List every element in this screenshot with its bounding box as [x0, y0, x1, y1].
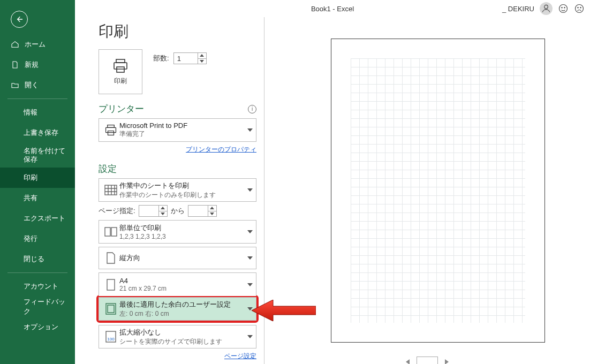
page-number-input[interactable]: [417, 357, 438, 364]
page-preview-grid: [351, 58, 525, 323]
svg-rect-9: [117, 67, 124, 72]
orientation-line1: 縦方向: [119, 253, 253, 263]
scaling-dropdown[interactable]: 100 拡大縮小なし シートを実際のサイズで印刷します: [99, 325, 256, 348]
sidebar-item-info[interactable]: 情報: [0, 102, 75, 123]
sheet-icon: [104, 185, 117, 195]
annotation-arrow: [252, 300, 316, 321]
sidebar-item-export[interactable]: エクスポート: [0, 208, 75, 229]
copies-value: 1: [177, 55, 181, 63]
sidebar-item-share[interactable]: 共有: [0, 188, 75, 208]
margins-line1: 最後に適用した余白のユーザー設定: [119, 300, 253, 309]
paper-size-dropdown[interactable]: A4 21 cm x 29.7 cm: [99, 272, 256, 296]
sidebar-item-open[interactable]: 開く: [0, 75, 75, 95]
chevron-down-icon: [247, 188, 253, 192]
user-icon: [541, 3, 551, 14]
pages-to-up[interactable]: [208, 206, 216, 211]
sidebar-item-close[interactable]: 閉じる: [0, 249, 75, 269]
next-page-button[interactable]: [443, 359, 450, 364]
settings-heading: 設定: [99, 163, 117, 175]
margins-dropdown[interactable]: 最後に適用した余白のユーザー設定 左: 0 cm 右: 0 cm: [99, 297, 256, 321]
chevron-down-icon: [247, 283, 253, 286]
svg-rect-15: [111, 228, 117, 236]
scaling-icon: 100: [105, 331, 116, 343]
page-preview: [331, 39, 545, 343]
orientation-dropdown[interactable]: 縦方向: [99, 247, 256, 269]
sidebar-item-save[interactable]: 上書き保存: [0, 123, 75, 143]
margins-icon: [105, 303, 116, 315]
copies-input[interactable]: 1: [173, 52, 207, 64]
svg-point-6: [580, 7, 581, 8]
sidebar-item-account[interactable]: アカウント: [0, 276, 75, 297]
printer-info-icon[interactable]: i: [248, 105, 256, 113]
sidebar-label-export: エクスポート: [24, 214, 65, 223]
sidebar-item-home[interactable]: ホーム: [0, 34, 75, 55]
sidebar-label-new: 新規: [25, 60, 39, 70]
printer-icon: [112, 58, 129, 73]
printer-name: Microsoft Print to PDF: [119, 122, 253, 130]
prev-page-button[interactable]: [405, 359, 411, 364]
new-icon: [11, 60, 19, 69]
sidebar-label-save: 上書き保存: [24, 128, 58, 138]
sidebar-item-print[interactable]: 印刷: [0, 168, 75, 188]
chevron-down-icon: [247, 256, 253, 260]
page-title: 印刷: [99, 21, 256, 42]
what-to-print-dropdown[interactable]: 作業中のシートを印刷 作業中のシートのみを印刷します: [99, 178, 256, 202]
printer-dropdown[interactable]: Microsoft Print to PDF 準備完了: [99, 118, 256, 142]
smile-icon[interactable]: [558, 3, 569, 14]
what-to-print-line2: 作業中のシートのみを印刷します: [119, 191, 253, 200]
page-setup-link[interactable]: ページ設定: [224, 352, 256, 360]
sidebar-item-saveas[interactable]: 名前を付けて保存: [0, 143, 75, 168]
pages-from-up[interactable]: [159, 206, 167, 211]
print-button[interactable]: 印刷: [99, 49, 142, 94]
scaling-line2: シートを実際のサイズで印刷します: [119, 337, 253, 346]
svg-point-3: [564, 7, 565, 8]
pages-to-input[interactable]: [188, 205, 217, 217]
svg-point-5: [578, 7, 578, 8]
svg-rect-18: [108, 305, 114, 313]
printer-heading: プリンター: [99, 103, 144, 115]
collate-icon: [104, 227, 117, 237]
svg-point-4: [576, 5, 584, 13]
printer-properties-link[interactable]: プリンターのプロパティ: [186, 146, 256, 153]
svg-point-1: [559, 5, 568, 13]
doc-title: Book1 - Excel: [311, 5, 354, 13]
pages-from-input[interactable]: [139, 205, 168, 217]
back-arrow-icon: [15, 15, 24, 24]
avatar[interactable]: [540, 2, 553, 15]
sidebar-label-home: ホーム: [25, 40, 46, 49]
sad-icon[interactable]: [574, 3, 585, 14]
open-icon: [11, 81, 19, 89]
sidebar-item-feedback[interactable]: フィードバック: [0, 297, 75, 317]
pages-label: ページ指定:: [99, 206, 135, 216]
svg-rect-7: [116, 59, 125, 63]
pages-from-down[interactable]: [159, 211, 167, 217]
sidebar-label-open: 開く: [25, 80, 39, 90]
sidebar-label-saveas: 名前を付けて保存: [24, 147, 67, 163]
scaling-line1: 拡大縮小なし: [119, 328, 253, 337]
pages-to-label: から: [171, 206, 185, 216]
chevron-down-icon: [247, 128, 253, 132]
backstage-sidebar: ホーム 新規 開く 情報 上書き保存 名前を付けて保存 印刷 共有 エクスポート…: [0, 0, 75, 364]
what-to-print-line1: 作業中のシートを印刷: [119, 181, 253, 191]
paper-line1: A4: [119, 277, 253, 285]
sidebar-label-publish: 発行: [24, 234, 37, 244]
svg-rect-14: [105, 228, 110, 236]
sidebar-item-options[interactable]: オプション: [0, 317, 75, 337]
home-icon: [11, 40, 19, 49]
collate-line2: 1,2,3 1,2,3 1,2,3: [119, 233, 253, 240]
chevron-down-icon: [247, 335, 253, 338]
collate-dropdown[interactable]: 部単位で印刷 1,2,3 1,2,3 1,2,3: [99, 220, 256, 244]
copies-down[interactable]: [198, 59, 206, 64]
svg-point-2: [562, 7, 562, 8]
svg-rect-10: [108, 125, 115, 128]
sidebar-item-new[interactable]: 新規: [0, 55, 75, 75]
paper-line2: 21 cm x 29.7 cm: [119, 285, 253, 292]
svg-rect-8: [114, 63, 127, 69]
pages-to-down[interactable]: [208, 211, 216, 217]
sidebar-item-publish[interactable]: 発行: [0, 229, 75, 249]
copies-up[interactable]: [198, 53, 206, 59]
back-button[interactable]: [11, 11, 28, 28]
paper-icon: [106, 279, 116, 291]
printer-status: 準備完了: [119, 130, 253, 139]
sidebar-label-close: 閉じる: [24, 254, 44, 264]
